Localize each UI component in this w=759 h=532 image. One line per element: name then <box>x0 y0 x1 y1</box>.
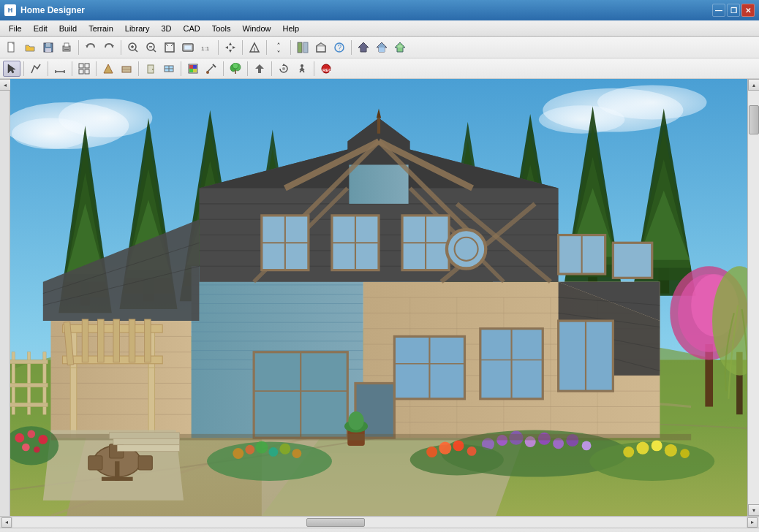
sep5 <box>266 40 267 55</box>
tsep10 <box>314 61 314 76</box>
open-button[interactable] <box>21 39 39 56</box>
rotate-view-button[interactable] <box>275 61 292 77</box>
h-scroll-thumb[interactable] <box>306 518 365 527</box>
svg-point-83 <box>12 118 90 149</box>
svg-rect-61 <box>193 69 197 72</box>
svg-rect-291 <box>113 438 180 445</box>
camera-move-button[interactable] <box>222 39 239 56</box>
undo-button[interactable] <box>82 39 99 56</box>
zoom-100-button[interactable]: 1:1 <box>197 39 215 56</box>
menu-window[interactable]: Window <box>236 23 276 34</box>
save-button[interactable] <box>39 39 57 56</box>
svg-marker-41 <box>8 64 15 73</box>
svg-rect-290 <box>110 433 180 439</box>
svg-rect-31 <box>303 42 308 53</box>
tsep3 <box>72 61 72 76</box>
sep3 <box>218 40 219 55</box>
zoom-in-button[interactable] <box>124 39 142 56</box>
scroll-left-button[interactable]: ◂ <box>0 79 11 91</box>
floor-button[interactable] <box>118 61 135 77</box>
svg-rect-47 <box>79 69 83 74</box>
menu-cad[interactable]: CAD <box>177 23 205 34</box>
svg-rect-30 <box>298 42 302 53</box>
zoom-fit-button[interactable] <box>161 39 178 56</box>
eyedropper-button[interactable] <box>203 61 220 77</box>
record-button[interactable]: REC <box>317 61 335 77</box>
svg-point-248 <box>268 447 278 457</box>
plant-button[interactable] <box>227 61 244 77</box>
scroll-right-button[interactable]: ▸ <box>747 517 758 528</box>
sep1 <box>78 40 79 55</box>
menu-terrain[interactable]: Terrain <box>83 23 119 34</box>
view-3d-button[interactable] <box>391 39 409 56</box>
help-button[interactable]: ? <box>331 39 348 56</box>
tsep5 <box>138 61 139 76</box>
grid-button[interactable] <box>75 61 93 77</box>
print-button[interactable] <box>58 39 75 56</box>
svg-rect-227 <box>98 319 105 362</box>
svg-text:1:1: 1:1 <box>201 45 210 52</box>
svg-rect-60 <box>189 69 193 72</box>
materials-library-button[interactable] <box>294 39 311 56</box>
window-button[interactable] <box>160 61 178 77</box>
zoom-window-button[interactable] <box>179 39 197 56</box>
view-home-button[interactable] <box>355 39 372 56</box>
svg-point-247 <box>255 441 268 453</box>
walk-view-button[interactable] <box>293 61 311 77</box>
menu-help[interactable]: Help <box>277 23 306 34</box>
right-scrollbar[interactable]: ▴ ▾ <box>747 79 759 516</box>
scroll-down-button[interactable]: ▾ <box>748 504 759 516</box>
svg-rect-230 <box>145 319 151 362</box>
material-paint-button[interactable] <box>184 61 202 77</box>
svg-rect-184 <box>349 164 408 203</box>
svg-text:REC: REC <box>322 67 332 72</box>
svg-marker-49 <box>104 64 113 73</box>
minimize-button[interactable]: — <box>712 4 725 17</box>
redo-button[interactable] <box>100 39 118 56</box>
walls-button[interactable] <box>99 61 117 77</box>
bottom-scrollbar[interactable]: ◂ ▸ <box>0 516 759 528</box>
svg-point-268 <box>439 442 451 455</box>
elevation-up-button[interactable] <box>251 61 268 77</box>
svg-rect-292 <box>117 445 179 452</box>
toolbar-secondary: REC <box>0 58 759 79</box>
svg-point-72 <box>301 64 303 67</box>
select-tool-button[interactable] <box>3 61 20 77</box>
svg-rect-234 <box>102 477 133 481</box>
tsep6 <box>181 61 181 76</box>
svg-point-71 <box>282 67 285 70</box>
scroll-left-button[interactable]: ◂ <box>1 517 12 528</box>
pan-button[interactable] <box>270 39 287 56</box>
svg-rect-214 <box>613 243 652 278</box>
menu-edit[interactable]: Edit <box>28 23 53 34</box>
restore-button[interactable]: ❐ <box>727 4 740 17</box>
svg-rect-3 <box>46 43 50 47</box>
scroll-track[interactable] <box>748 91 759 504</box>
scroll-thumb[interactable] <box>749 105 759 134</box>
view-exterior-button[interactable] <box>373 39 390 56</box>
zoom-out-button[interactable] <box>143 39 160 56</box>
svg-rect-58 <box>189 65 193 69</box>
dimension-button[interactable] <box>51 61 69 77</box>
svg-rect-6 <box>64 43 69 47</box>
left-scrollbar[interactable]: ◂ <box>0 79 10 516</box>
h-scroll-track[interactable] <box>13 517 746 528</box>
svg-marker-8 <box>86 45 88 48</box>
house-view1-button[interactable] <box>312 39 330 56</box>
elevation-button[interactable] <box>246 39 263 56</box>
svg-rect-228 <box>113 319 120 362</box>
menu-library[interactable]: Library <box>119 23 156 34</box>
menu-build[interactable]: Build <box>53 23 83 34</box>
menu-3d[interactable]: 3D <box>155 23 177 34</box>
svg-line-63 <box>208 66 213 72</box>
menu-file[interactable]: File <box>3 23 28 34</box>
canvas-viewport[interactable] <box>10 79 747 516</box>
door-button[interactable] <box>142 61 159 77</box>
svg-point-264 <box>665 444 677 457</box>
scroll-up-button[interactable]: ▴ <box>748 79 759 91</box>
svg-rect-219 <box>70 360 77 438</box>
menu-tools[interactable]: Tools <box>206 23 237 34</box>
polyline-tool-button[interactable] <box>27 61 45 77</box>
new-button[interactable] <box>3 39 20 56</box>
close-button[interactable]: ✕ <box>741 4 755 17</box>
